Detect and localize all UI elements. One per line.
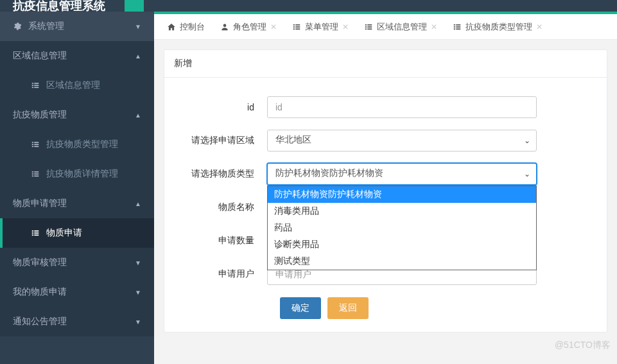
user-icon bbox=[220, 22, 229, 31]
tab-console[interactable]: 控制台 bbox=[161, 14, 211, 40]
svg-rect-3 bbox=[34, 85, 39, 86]
svg-rect-19 bbox=[34, 230, 39, 232]
top-accent-bar bbox=[154, 12, 617, 14]
close-icon[interactable]: ✕ bbox=[342, 22, 349, 31]
sidebar-sub-apply[interactable]: 物质申请 bbox=[0, 218, 154, 248]
content: 新增 id 请选择申请区域 华北地区 ⌄ bbox=[154, 40, 617, 364]
svg-rect-30 bbox=[295, 28, 300, 30]
label-id: id bbox=[177, 102, 267, 112]
svg-rect-0 bbox=[32, 83, 33, 84]
dropdown-option[interactable]: 测试类型 bbox=[268, 253, 536, 270]
svg-rect-5 bbox=[34, 87, 39, 88]
list-icon bbox=[292, 22, 301, 31]
sidebar-item-label: 区域信息管理 bbox=[13, 50, 67, 62]
svg-rect-31 bbox=[365, 24, 367, 25]
tab-material-type[interactable]: 抗疫物质类型管理 ✕ bbox=[446, 14, 549, 40]
form-panel: 新增 id 请选择申请区域 华北地区 ⌄ bbox=[164, 49, 607, 333]
svg-rect-36 bbox=[367, 28, 372, 30]
list-icon bbox=[31, 81, 40, 90]
label-name: 物质名称 bbox=[177, 202, 267, 213]
material-type-select[interactable]: 防护耗材物资防护耗材物资 bbox=[267, 163, 537, 185]
tab-label: 控制台 bbox=[180, 21, 205, 33]
svg-rect-9 bbox=[34, 144, 39, 145]
dropdown-option[interactable]: 消毒类用品 bbox=[268, 203, 536, 220]
sidebar-item-review[interactable]: 物质审核管理 ▼ bbox=[0, 248, 154, 277]
close-icon[interactable]: ✕ bbox=[270, 22, 277, 31]
dropdown-option[interactable]: 诊断类用品 bbox=[268, 236, 536, 253]
svg-rect-20 bbox=[32, 232, 33, 234]
svg-rect-37 bbox=[454, 24, 455, 25]
svg-rect-4 bbox=[32, 87, 33, 88]
list-icon bbox=[364, 22, 373, 31]
caret-up-icon: ▲ bbox=[135, 112, 141, 119]
sidebar-item-area-info[interactable]: 区域信息管理 ▲ bbox=[0, 41, 154, 71]
label-region: 请选择申请区域 bbox=[177, 135, 267, 146]
tab-menu[interactable]: 菜单管理 ✕ bbox=[286, 14, 355, 40]
submit-button[interactable]: 确定 bbox=[280, 297, 321, 319]
sidebar-item-system[interactable]: 系统管理 ▼ bbox=[0, 12, 154, 41]
list-icon bbox=[31, 229, 40, 238]
sidebar-item-label: 物质申请 bbox=[46, 227, 82, 239]
sidebar-item-material[interactable]: 抗疫物质管理 ▲ bbox=[0, 100, 154, 130]
logo-block bbox=[125, 0, 144, 12]
list-icon bbox=[31, 140, 40, 149]
tab-bar: 控制台 角色管理 ✕ 菜单管理 ✕ 区域信息管理 ✕ 抗疫物质类型管理 ✕ bbox=[154, 14, 617, 40]
close-icon[interactable]: ✕ bbox=[431, 22, 437, 31]
svg-rect-27 bbox=[293, 26, 295, 28]
id-input[interactable] bbox=[267, 96, 537, 118]
sidebar-item-label: 抗疫物质详情管理 bbox=[46, 168, 118, 180]
caret-down-icon: ▼ bbox=[135, 289, 141, 296]
svg-rect-28 bbox=[295, 26, 300, 28]
tab-role[interactable]: 角色管理 ✕ bbox=[214, 14, 283, 40]
svg-point-24 bbox=[223, 24, 227, 27]
back-button[interactable]: 返回 bbox=[327, 297, 369, 319]
svg-rect-25 bbox=[293, 24, 295, 25]
sidebar-item-label: 区域信息管理 bbox=[46, 80, 100, 91]
svg-rect-39 bbox=[454, 26, 455, 28]
tab-area[interactable]: 区域信息管理 ✕ bbox=[358, 14, 444, 40]
sidebar-item-label: 通知公告管理 bbox=[13, 316, 67, 327]
svg-rect-23 bbox=[34, 234, 39, 236]
svg-rect-18 bbox=[32, 230, 33, 232]
svg-rect-33 bbox=[365, 26, 367, 28]
list-icon bbox=[453, 22, 462, 31]
tab-label: 区域信息管理 bbox=[377, 21, 427, 33]
label-material-type: 请选择物质类型 bbox=[177, 168, 267, 180]
panel-title: 新增 bbox=[164, 50, 607, 78]
svg-rect-38 bbox=[456, 24, 460, 25]
dropdown-option[interactable]: 药品 bbox=[268, 220, 536, 236]
sidebar-sub-material-type[interactable]: 抗疫物质类型管理 bbox=[0, 130, 154, 159]
dropdown-option[interactable]: 防护耗材物资防护耗材物资 bbox=[268, 186, 536, 203]
svg-rect-1 bbox=[34, 83, 39, 84]
sidebar-item-label: 抗疫物质管理 bbox=[13, 109, 67, 121]
sidebar-item-notice[interactable]: 通知公告管理 ▼ bbox=[0, 307, 154, 336]
sidebar-item-label: 抗疫物质类型管理 bbox=[46, 139, 118, 150]
close-icon[interactable]: ✕ bbox=[536, 22, 543, 31]
sidebar-item-apply[interactable]: 物质申请管理 ▲ bbox=[0, 189, 154, 218]
sidebar-item-my-apply[interactable]: 我的物质申请 ▼ bbox=[0, 277, 154, 307]
svg-rect-21 bbox=[34, 232, 39, 234]
material-type-dropdown: 防护耗材物资防护耗材物资 消毒类用品 药品 诊断类用品 测试类型 bbox=[267, 186, 537, 270]
svg-rect-7 bbox=[34, 142, 39, 143]
label-quantity: 申请数量 bbox=[177, 235, 267, 247]
sidebar-item-label: 物质申请管理 bbox=[13, 198, 67, 209]
svg-rect-12 bbox=[32, 171, 33, 173]
svg-rect-11 bbox=[34, 146, 39, 147]
svg-rect-32 bbox=[367, 24, 372, 25]
caret-down-icon: ▼ bbox=[135, 23, 141, 30]
sidebar-item-label: 我的物质申请 bbox=[13, 286, 67, 298]
tab-label: 抗疫物质类型管理 bbox=[465, 21, 532, 33]
svg-rect-35 bbox=[365, 28, 367, 30]
sidebar-item-label: 物质审核管理 bbox=[13, 257, 67, 268]
svg-rect-22 bbox=[32, 234, 33, 236]
svg-rect-6 bbox=[32, 142, 33, 143]
caret-up-icon: ▲ bbox=[135, 53, 141, 60]
svg-rect-40 bbox=[456, 26, 460, 28]
svg-rect-34 bbox=[367, 26, 372, 28]
sidebar-sub-area-info[interactable]: 区域信息管理 bbox=[0, 71, 154, 100]
sidebar-item-label: 系统管理 bbox=[28, 21, 64, 32]
caret-up-icon: ▲ bbox=[135, 200, 141, 207]
sidebar-sub-material-detail[interactable]: 抗疫物质详情管理 bbox=[0, 159, 154, 189]
region-select[interactable]: 华北地区 bbox=[267, 130, 537, 152]
svg-rect-16 bbox=[32, 175, 33, 177]
